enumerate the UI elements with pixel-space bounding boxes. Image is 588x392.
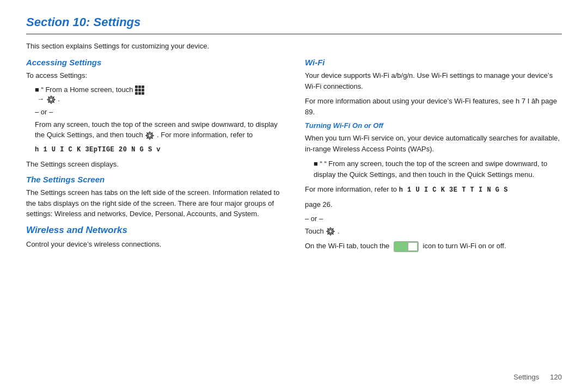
wireless-networks-body: Control your device’s wireless connectio… <box>26 239 283 250</box>
settings-screen-title: The Settings Screen <box>26 175 283 184</box>
dot-after-gear: . <box>58 95 60 103</box>
accessing-settings-section: Accessing Settings To access Settings: ■… <box>26 58 283 169</box>
settings-screen-body: The Settings screen has tabs on the left… <box>26 187 283 219</box>
or-line-1: – or – <box>35 108 283 116</box>
wifi-section: Wi-Fi Your device supports Wi-Fi a/b/g/n… <box>305 58 562 252</box>
right-column: Wi-Fi Your device supports Wi-Fi a/b/g/n… <box>305 58 562 369</box>
wifi-bullet-block: ■ “ “ From any screen, touch the top of … <box>314 158 562 180</box>
section-title: Section 10: Settings <box>26 15 562 29</box>
bullet-block: ■ “ From a Home screen, touch → <box>35 85 283 155</box>
settings-screen-section: The Settings Screen The Settings screen … <box>26 175 283 219</box>
on-wifi-tab-line: On the Wi-Fi tab, touch the icon to turn… <box>305 241 562 252</box>
quick-settings-label: h 1 U I C K 3EpTIGE 20 N G S v <box>35 145 283 155</box>
wifi-title: Wi-Fi <box>305 58 562 67</box>
footer: Settings 120 <box>26 369 562 381</box>
gear-icon-1 <box>46 95 58 103</box>
svg-point-0 <box>49 97 52 101</box>
left-column: Accessing Settings To access Settings: ■… <box>26 58 283 369</box>
touch-gear-line: Touch . <box>305 226 562 237</box>
from-any-screen-text: From any screen, touch the top of the sc… <box>35 119 283 140</box>
or-line-2: – or – <box>305 215 562 223</box>
two-col-layout: Accessing Settings To access Settings: ■… <box>26 58 562 369</box>
turning-wifi-body1: When you turn Wi-Fi service on, your dev… <box>305 133 562 154</box>
bullet-content-1: ■ “ From a Home screen, touch → <box>35 85 283 105</box>
divider <box>26 34 562 34</box>
accessing-settings-title: Accessing Settings <box>26 58 283 67</box>
page-container: Section 10: Settings This section explai… <box>0 0 588 392</box>
toggle-switch[interactable] <box>394 241 419 252</box>
arrow-icon: → <box>37 95 44 103</box>
bullet-prefix: ■ “ From a Home screen, touch <box>35 85 135 94</box>
quick-ref-label: h 1 U I C K 3E T T I N G S <box>399 186 508 194</box>
footer-label: Settings <box>513 373 539 381</box>
svg-point-2 <box>148 133 151 137</box>
settings-screen-displays: The Settings screen displays. <box>26 159 283 170</box>
to-access-text: To access Settings: <box>26 70 283 81</box>
gear-icon-3 <box>326 227 338 235</box>
footer-page: 120 <box>550 373 562 381</box>
gear-icon-2 <box>145 131 157 139</box>
page-26: page 26. <box>305 199 562 210</box>
intro-text: This section explains Settings for custo… <box>26 42 562 50</box>
wifi-for-more-info: For more information, refer to h 1 U I C… <box>305 184 562 195</box>
toggle-handle <box>408 242 418 251</box>
apps-grid-icon <box>135 85 144 94</box>
wireless-networks-section: Wireless and Networks Control your devic… <box>26 225 283 250</box>
wifi-body2: For more information about using your de… <box>305 96 562 117</box>
svg-point-4 <box>329 230 332 233</box>
wifi-bullet-1: ■ “ “ From any screen, touch the top of … <box>314 158 562 180</box>
bullet-from-home: ■ “ From a Home screen, touch → <box>35 85 283 105</box>
wireless-networks-title: Wireless and Networks <box>26 225 283 236</box>
turning-wifi-title: Turning Wi-Fi On or Off <box>305 121 562 130</box>
wifi-body1: Your device supports Wi-Fi a/b/g/n. Use … <box>305 70 562 91</box>
turning-wifi-section: Turning Wi-Fi On or Off When you turn Wi… <box>305 121 562 252</box>
